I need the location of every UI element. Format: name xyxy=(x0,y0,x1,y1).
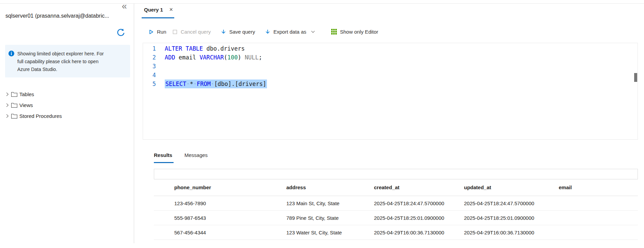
grid-icon xyxy=(331,29,337,35)
line-number: 4 xyxy=(143,71,156,79)
tree-item-tables[interactable]: Tables xyxy=(5,89,62,100)
chevron-right-icon xyxy=(5,92,10,97)
run-label: Run xyxy=(157,29,166,35)
grid-column-header-phone_number[interactable]: phone_number xyxy=(174,184,286,190)
stop-icon xyxy=(172,29,178,35)
grid-row-1: 123-456-7890123 Main St, City, State2025… xyxy=(154,196,638,211)
grid-cell[interactable]: 2025-04-25T18:24:47.5700000 xyxy=(464,200,559,206)
grid-cell[interactable]: 2025-04-25T18:25:01.0900000 xyxy=(374,215,464,221)
chevron-right-icon xyxy=(5,113,10,119)
editor-scrollbar-thumb[interactable] xyxy=(634,73,637,82)
cancel-query-label: Cancel query xyxy=(181,29,211,35)
grid-cell[interactable]: 789 Pine St, City, State xyxy=(286,215,374,221)
tab-query-1[interactable]: Query 1 × xyxy=(142,4,174,15)
grid-cell[interactable]: 2025-04-25T18:24:47.5700000 xyxy=(374,200,464,206)
grid-cell[interactable]: 2025-04-29T16:00:36.7130000 xyxy=(374,230,464,235)
tab-results[interactable]: Results xyxy=(154,152,172,161)
close-tab-icon[interactable]: × xyxy=(169,6,173,13)
messages-tab-label: Messages xyxy=(184,152,208,158)
tree-item-label: Views xyxy=(19,102,33,108)
grid-cell[interactable]: 555-987-6543 xyxy=(174,215,286,221)
grid-cell[interactable]: 567-456-4344 xyxy=(174,230,286,235)
line-number: 1 xyxy=(143,44,156,53)
grid-cell[interactable]: 123-456-7890 xyxy=(174,200,286,206)
sql-editor[interactable]: 1ALTER TABLE dbo.drivers2ADD email VARCH… xyxy=(143,43,638,140)
folder-icon xyxy=(11,113,18,119)
show-only-editor-label: Show only Editor xyxy=(340,29,378,35)
active-results-tab-indicator xyxy=(154,162,174,163)
chevron-right-icon xyxy=(5,103,10,108)
grid-column-header-updated_at[interactable]: updated_at xyxy=(464,184,559,190)
export-data-button[interactable]: Export data as xyxy=(265,27,316,37)
grid-row-3: 567-456-4344123 Water St, City, State202… xyxy=(154,225,638,240)
run-icon xyxy=(148,29,154,35)
save-query-label: Save query xyxy=(229,29,255,35)
grid-filter-bar[interactable] xyxy=(154,169,638,179)
grid-column-header-address[interactable]: address xyxy=(286,184,374,190)
cancel-query-button: Cancel query xyxy=(172,27,211,37)
active-tab-indicator xyxy=(142,17,174,18)
info-banner[interactable]: Showing limited object explorer here. Fo… xyxy=(5,45,130,77)
info-line: full capability please click here to ope… xyxy=(17,59,99,64)
tab-label: Query 1 xyxy=(144,7,163,13)
line-number: 2 xyxy=(143,53,156,62)
refresh-icon xyxy=(116,28,126,37)
run-button[interactable]: Run xyxy=(148,27,166,37)
grid-cell[interactable]: 2025-04-25T18:25:01.0900000 xyxy=(464,215,559,221)
info-banner-text: Showing limited object explorer here. Fo… xyxy=(17,50,104,77)
collapse-chevrons-icon: « xyxy=(122,1,127,12)
download-arrow-icon xyxy=(221,29,226,35)
server-title: sqlserver01 (prasanna.selvaraj@databric.… xyxy=(5,13,132,19)
info-line: Azure Data Studio. xyxy=(17,67,57,72)
code-line-2: 2ADD email VARCHAR(100) NULL; xyxy=(143,53,638,62)
code-lines: 1ALTER TABLE dbo.drivers2ADD email VARCH… xyxy=(143,44,638,88)
query-editor-window: « sqlserver01 (prasanna.selvaraj@databri… xyxy=(0,0,644,248)
code-line-5: 5SELECT·*·FROM·[dbo].[drivers] xyxy=(143,79,638,88)
tree-item-label: Tables xyxy=(19,91,34,97)
line-number: 3 xyxy=(143,62,156,71)
info-line: Showing limited object explorer here. Fo… xyxy=(17,51,104,56)
object-tree: TablesViewsStored Procedures xyxy=(5,89,62,121)
grid-column-header-created_at[interactable]: created_at xyxy=(374,184,464,190)
grid-cell[interactable]: 123 Water St, City, State xyxy=(286,230,374,235)
code-line-3: 3 xyxy=(143,62,638,71)
code-text: ADD email VARCHAR(100) NULL; xyxy=(165,53,262,62)
results-tab-label: Results xyxy=(154,152,172,158)
tree-item-stored-procedures[interactable]: Stored Procedures xyxy=(5,110,62,121)
tree-item-views[interactable]: Views xyxy=(5,100,62,110)
download-arrow-icon xyxy=(265,29,270,35)
folder-icon xyxy=(11,91,18,97)
folder-icon xyxy=(11,102,18,108)
results-grid: phone_numberaddresscreated_atupdated_ate… xyxy=(154,179,638,240)
line-number: 5 xyxy=(143,79,156,88)
grid-row-2: 555-987-6543789 Pine St, City, State2025… xyxy=(154,211,638,225)
top-border xyxy=(0,3,644,4)
export-data-label: Export data as xyxy=(273,29,306,35)
code-line-1: 1ALTER TABLE dbo.drivers xyxy=(143,44,638,53)
chevron-down-icon xyxy=(310,29,316,34)
collapse-sidebar-button[interactable]: « xyxy=(118,1,131,11)
grid-cell[interactable]: 2025-04-29T16:00:36.7130000 xyxy=(464,230,559,235)
selected-code-text: SELECT·*·FROM·[dbo].[drivers] xyxy=(165,79,267,88)
show-only-editor-button[interactable]: Show only Editor xyxy=(331,27,378,37)
code-text: ALTER TABLE dbo.drivers xyxy=(165,44,245,53)
info-icon xyxy=(8,51,14,77)
code-line-4: 4 xyxy=(143,71,638,79)
grid-cell[interactable]: 123 Main St, City, State xyxy=(286,200,374,206)
grid-header-row: phone_numberaddresscreated_atupdated_ate… xyxy=(154,179,638,196)
tree-item-label: Stored Procedures xyxy=(19,113,62,119)
save-query-button[interactable]: Save query xyxy=(221,27,255,37)
sidebar-divider xyxy=(134,3,134,243)
grid-column-header-email[interactable]: email xyxy=(559,184,638,190)
tab-messages[interactable]: Messages xyxy=(184,152,208,161)
refresh-button[interactable] xyxy=(116,28,126,37)
